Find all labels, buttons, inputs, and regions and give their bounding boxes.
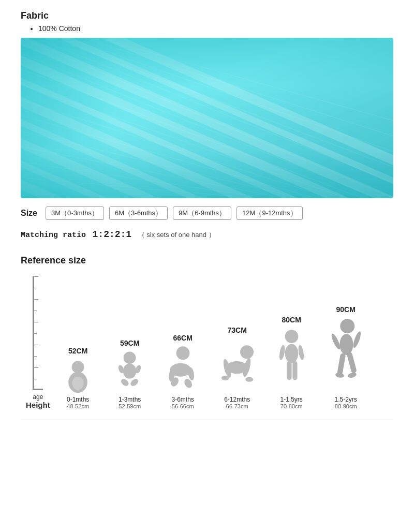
fabric-section: Fabric 100% Cotton [21,10,393,33]
baby-cm-0: 52CM [68,347,87,355]
matching-ratio: 1:2:2:1 [93,229,132,240]
svg-rect-62 [346,352,357,374]
baby-range-0: 48-52cm [67,403,89,409]
svg-point-54 [297,345,304,360]
svg-rect-29 [21,38,393,198]
matching-note: （ six sets of one hand ） [138,231,215,239]
svg-point-53 [278,345,286,360]
fabric-title: Fabric [21,10,393,21]
fabric-image [21,38,393,198]
svg-point-37 [120,378,130,388]
baby-item-3: 73CM [210,326,264,409]
bottom-divider [21,420,393,420]
matching-row: Matching ratio 1:2:2:1 （ six sets of one… [21,229,393,240]
baby-cm-3: 73CM [227,326,246,334]
baby-cm-4: 80CM [282,316,301,324]
svg-point-57 [340,319,354,333]
svg-point-34 [123,363,137,378]
svg-rect-56 [292,361,297,380]
svg-point-49 [245,377,253,382]
baby-cm-1: 59CM [120,339,139,347]
size-label: Size [21,209,37,218]
svg-point-64 [347,372,357,378]
baby-item-4: 80CM 1- [264,316,319,409]
baby-item-5: 90CM [319,305,373,409]
svg-point-32 [72,377,84,390]
baby-age-2: 3-6mths [171,396,194,403]
svg-point-31 [72,361,84,374]
svg-rect-55 [287,361,291,380]
baby-range-4: 70-80cm [280,403,303,409]
svg-point-58 [339,334,353,355]
baby-age-4: 1-1.5yrs [280,396,302,403]
size-option-0[interactable]: 3M（0-3mths） [46,206,104,220]
baby-cm-5: 90CM [336,305,355,314]
svg-point-50 [221,376,229,380]
baby-cm-2: 66CM [173,334,192,342]
size-option-2[interactable]: 9M（6-9mths） [173,206,231,220]
reference-title: Reference size [21,255,393,266]
baby-range-5: 80-90cm [335,403,357,409]
baby-range-2: 56-66cm [172,403,194,409]
baby-item-2: 66CM 3- [156,334,210,409]
svg-point-60 [351,331,362,349]
baby-item-1: 59CM 1- [104,339,156,409]
babies-row: 52CM 0-1mths 48-52cm 59CM [52,305,373,409]
svg-point-63 [335,372,344,378]
baby-age-0: 0-1mths [67,396,89,403]
svg-point-45 [240,345,254,359]
reference-section: Reference size [21,255,393,409]
svg-point-38 [129,378,140,388]
svg-point-39 [176,346,189,360]
svg-rect-61 [337,353,346,375]
size-option-3[interactable]: 12M（9-12mths） [236,206,302,220]
baby-range-1: 52-59cm [119,403,141,409]
baby-age-1: 1-3mths [119,396,141,403]
size-option-1[interactable]: 6M（3-6mths） [109,206,168,220]
fabric-content: 100% Cotton [38,24,393,33]
baby-range-3: 66-73cm [226,403,248,409]
svg-point-52 [285,344,298,363]
baby-item-0: 52CM 0-1mths 48-52cm [52,347,104,409]
baby-age-5: 1.5-2yrs [334,396,357,403]
svg-point-51 [285,330,298,343]
age-label: age [26,393,50,401]
size-row: Size 3M（0-3mths） 6M（3-6mths） 9M（6-9mths）… [21,206,393,220]
svg-point-33 [124,351,136,364]
page: Fabric 100% Cotton [0,0,414,431]
svg-point-59 [330,333,342,350]
baby-age-3: 6-12mths [224,396,250,403]
matching-label: Matching ratio [21,231,86,240]
height-label: Height [26,401,50,409]
